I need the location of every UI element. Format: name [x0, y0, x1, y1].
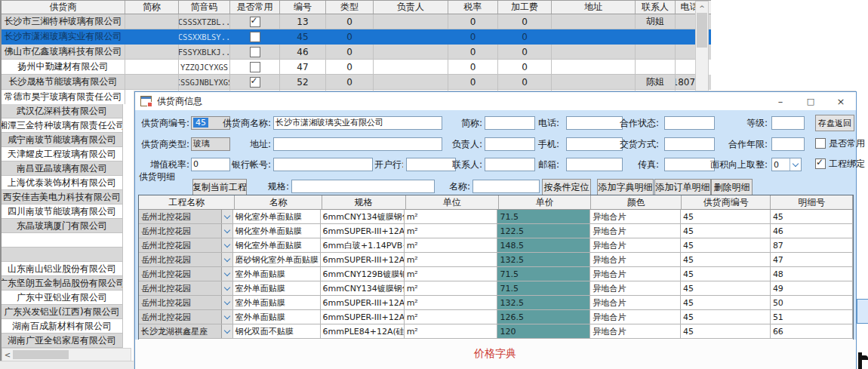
scrollbar-thumb[interactable] — [697, 13, 707, 48]
cell-price[interactable]: 71.5 — [497, 281, 590, 296]
list-item-label[interactable]: 上海优泰装饰材料有限公司 — [2, 176, 123, 190]
cell-supplier[interactable]: 常德市昊宇玻璃有限责任公司 — [2, 90, 125, 105]
cell-id[interactable]: 13 — [280, 14, 326, 29]
list-horizontal-scrollbar[interactable]: < — [2, 348, 131, 361]
cell-address[interactable] — [552, 14, 636, 29]
cell-common[interactable] — [230, 14, 280, 29]
cell-unit[interactable]: m² — [405, 253, 498, 267]
detail-row[interactable]: 岳州北控花园 钢化室外单面贴膜 6mm白玻+1.14PVB+6mm... m² … — [139, 238, 853, 253]
project-combobox[interactable]: 岳州北控花园 — [139, 267, 233, 281]
cell-short[interactable] — [125, 45, 179, 60]
supplier-name-input[interactable]: 长沙市潇湘玻璃实业有限公司 — [273, 116, 442, 130]
column-header-tax[interactable]: 税率 — [448, 1, 498, 14]
list-item[interactable]: 四川南玻节能玻璃有限公司 — [2, 204, 136, 219]
cell-supplier-id[interactable]: 45 — [681, 224, 771, 238]
cell-manager[interactable] — [374, 29, 448, 45]
cell-detail-id[interactable]: 49 — [771, 281, 853, 296]
cell-short[interactable] — [125, 75, 179, 90]
cell-color[interactable]: 异地合片 — [590, 324, 681, 339]
list-item-label[interactable]: 四川南玻节能玻璃有限公司 — [2, 204, 123, 219]
project-combobox[interactable]: 岳州北控花园 — [139, 296, 233, 310]
list-item[interactable]: 山东南山铝业股份有限公司 — [2, 262, 136, 276]
detail-row[interactable]: 长沙龙湖祺鑫星座 钢化双面不贴膜 6mmPLE84+12A(硅酮胶... m² … — [139, 324, 853, 339]
cell-detail-id[interactable]: 45 — [771, 210, 853, 224]
column-header-color[interactable]: 颜色 — [591, 195, 682, 209]
supplier-row[interactable]: 长沙市三湘特种玻璃有限公司 CSSSXTZBL.. 13 0 0 0 胡姐 — [2, 14, 711, 29]
cell-type[interactable]: 0 — [326, 60, 374, 75]
cell-unit[interactable]: m² — [405, 281, 498, 296]
column-header-supplier-id[interactable]: 供货商编号 — [682, 195, 771, 209]
common-checkbox[interactable] — [250, 77, 260, 88]
cell-spec[interactable]: 6mmCNY134镀膜钢化 — [321, 281, 405, 296]
cell-supplier-id[interactable]: 45 — [681, 310, 771, 324]
cell-manager[interactable] — [374, 75, 448, 90]
cell-spec[interactable]: 6mmSUPER-III+12A(硅... — [321, 253, 405, 267]
scrollbar-thumb[interactable] — [13, 350, 69, 359]
list-item-label[interactable] — [2, 233, 123, 248]
column-header-id[interactable]: 编号 — [280, 1, 326, 14]
list-item[interactable]: 咸宁南玻节能玻璃有限公司 — [2, 133, 136, 147]
supplier-row[interactable]: 长沙市潇湘玻璃实业有限公司 CSSXXBLSY.. 45 0 0 0 — [2, 29, 711, 45]
cell-color[interactable]: 异地合片 — [590, 267, 681, 281]
cell-type[interactable]: 0 — [326, 45, 374, 60]
cell-unit[interactable]: m² — [405, 267, 498, 281]
column-header-fee[interactable]: 加工费 — [498, 1, 552, 14]
cell-price[interactable]: 132.5 — [497, 296, 590, 310]
detail-row[interactable]: 岳州北控花园 室外单面贴膜 6mmCNY129B镀膜钢化 m² 71.5 异地合… — [139, 267, 853, 281]
cell-tax[interactable]: 0 — [448, 60, 498, 75]
project-bind-checkbox[interactable] — [815, 158, 826, 169]
cell-unit[interactable]: m² — [405, 324, 498, 339]
cell-price[interactable]: 71.5 — [497, 210, 590, 224]
save-return-button[interactable]: 存盘返回 — [815, 115, 854, 131]
list-item[interactable]: 湘潭三金特种玻璃有限责任公司 — [2, 118, 136, 133]
cell-contact[interactable] — [636, 45, 676, 60]
cell-address[interactable] — [552, 29, 636, 45]
project-combobox[interactable]: 岳州北控花园 — [139, 210, 233, 224]
cell-unit[interactable]: m² — [405, 224, 498, 238]
cell-id[interactable]: 47 — [280, 60, 326, 75]
cell-manager[interactable] — [374, 45, 448, 60]
cell-detail-id[interactable]: 48 — [771, 267, 853, 281]
address-input[interactable] — [273, 137, 442, 151]
list-item[interactable]: 南昌亚晶玻璃有限公司 — [2, 161, 136, 176]
cell-short[interactable] — [125, 14, 179, 29]
cell-supplier[interactable]: 扬州中勤建材有限公司 — [2, 60, 125, 75]
cell-price[interactable]: 148.5 — [497, 238, 590, 253]
cell-tax[interactable]: 0 — [448, 75, 498, 90]
cell-contact[interactable] — [636, 60, 676, 75]
list-item[interactable]: 西安佳吉美电力科技有限公司 — [2, 190, 136, 204]
cell-fee[interactable]: 0 — [498, 29, 552, 45]
cell-color[interactable]: 异地合片 — [590, 224, 681, 238]
chevron-down-icon[interactable] — [221, 324, 232, 338]
column-header-detail-id[interactable]: 明细号 — [771, 195, 853, 209]
cell-address[interactable] — [552, 75, 636, 90]
project-combobox[interactable]: 岳州北控花园 — [139, 281, 233, 296]
column-header-code[interactable]: 简音码 — [179, 1, 230, 14]
cell-detail-id[interactable]: 50 — [771, 296, 853, 310]
cell-name[interactable]: 室外单面贴膜 — [233, 267, 321, 281]
grade-input[interactable] — [771, 116, 805, 130]
cell-id[interactable]: 45 — [280, 29, 326, 45]
name-filter-input[interactable] — [472, 180, 540, 193]
cell-color[interactable]: 异地合片 — [590, 310, 681, 324]
list-item-label[interactable]: 咸宁南玻节能玻璃有限公司 — [2, 133, 123, 147]
supplier-row[interactable]: 长沙晟格节能玻璃有限公司 CSSGJNBLYXGS 52 0 0 0 陈姐 18… — [2, 75, 711, 90]
common-checkbox[interactable] — [250, 62, 260, 72]
list-item-label[interactable]: 广东坚朗五金制品股份有限公司 — [2, 276, 123, 291]
cell-price[interactable]: 122.5 — [497, 224, 590, 238]
column-header-name[interactable]: 名称 — [235, 195, 322, 209]
cell-contact[interactable] — [636, 29, 676, 45]
detail-row[interactable]: 岳州北控花园 钢化室外单面贴膜 6mmCNY134镀膜钢化 m² 71.5 异地… — [139, 210, 853, 224]
area-round-up-combobox[interactable]: 0 — [771, 158, 802, 171]
scroll-left-icon[interactable]: < — [2, 351, 13, 359]
chevron-down-icon[interactable] — [221, 281, 232, 295]
detail-row[interactable]: 岳州北控花园 室外单面贴膜 6mmSUPER-III+12A(硅... m² 1… — [139, 310, 853, 324]
cell-common[interactable] — [230, 75, 280, 90]
cell-supplier[interactable]: 长沙市三湘特种玻璃有限公司 — [2, 14, 125, 29]
cell-code[interactable]: CSSGJNBLYXGS — [179, 75, 230, 90]
cell-color[interactable]: 异地合片 — [590, 210, 681, 224]
cell-price[interactable]: 71.5 — [497, 267, 590, 281]
cell-name[interactable]: 钢化双面不贴膜 — [233, 324, 321, 339]
dialog-title-bar[interactable]: 供货商信息 – □ × — [135, 92, 856, 110]
column-header-supplier[interactable]: 供货商 — [2, 1, 125, 14]
